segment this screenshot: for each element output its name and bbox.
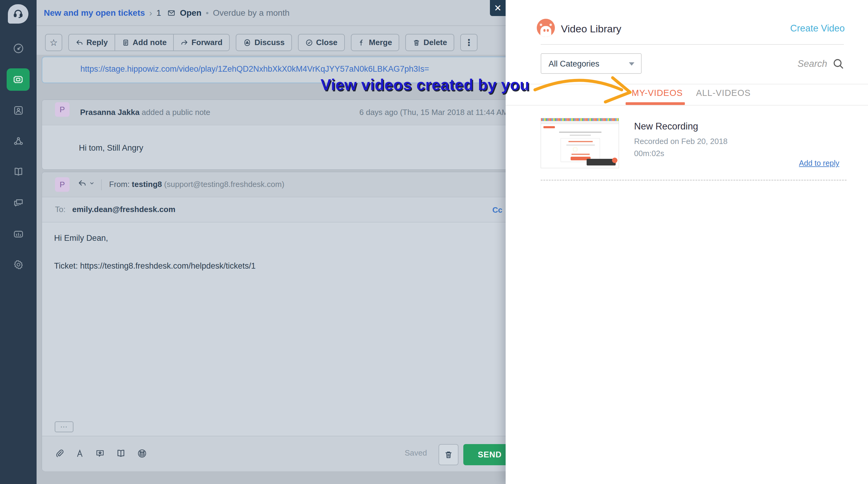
dot-separator: •	[206, 8, 209, 18]
chevron-down-icon	[89, 180, 95, 186]
tab-all-videos[interactable]: ALL-VIDEOS	[696, 88, 751, 98]
editor-footer: Saved SEND	[42, 436, 509, 471]
reply-body-line: Ticket: https://testing8.freshdesk.com/h…	[54, 260, 256, 272]
discuss-button[interactable]: Discuss	[236, 34, 292, 51]
reply-icon	[75, 39, 84, 47]
sidebar-item-social[interactable]	[0, 130, 37, 152]
reply-body-editor[interactable]: Hi Emily Dean, Ticket: https://testing8.…	[54, 233, 256, 272]
sidebar-item-contacts[interactable]	[0, 99, 37, 122]
video-duration: 00m:02s	[634, 149, 664, 158]
breadcrumb: New and my open tickets › 1 Open • Overd…	[44, 8, 289, 18]
from-name: testing8	[132, 180, 162, 189]
search-control[interactable]: Search	[798, 57, 845, 70]
note-action: added a public note	[140, 108, 210, 117]
left-nav-rail	[0, 0, 37, 484]
reply-header: P From: testing8 (support@testing8.fresh…	[42, 172, 509, 197]
annotation-text: View videos created by you	[288, 76, 529, 94]
merge-icon	[358, 39, 366, 47]
admin-gear-icon	[13, 259, 24, 271]
merge-button[interactable]: Merge	[351, 34, 400, 51]
reply-type-selector[interactable]	[78, 179, 95, 188]
contacts-icon	[13, 105, 24, 116]
expand-quoted-text-button[interactable]: ⋯	[55, 421, 73, 432]
annotation-arrow-icon	[524, 71, 645, 113]
forward-button[interactable]: Forward	[174, 34, 230, 51]
avatar: P	[55, 177, 69, 192]
discuss-icon	[243, 38, 251, 47]
note-author: Prasanna Jakka	[80, 108, 140, 117]
reports-icon	[13, 228, 24, 240]
add-to-reply-link[interactable]: Add to reply	[799, 159, 839, 168]
solutions-book-icon	[13, 166, 24, 177]
ticket-id: 1	[157, 8, 161, 18]
ticket-workspace: New and my open tickets › 1 Open • Overd…	[37, 0, 508, 484]
ellipsis-icon: ⋯	[60, 423, 68, 431]
solution-article-icon[interactable]	[116, 448, 126, 459]
star-button[interactable]: ☆	[45, 34, 62, 51]
sidebar-item-tickets[interactable]	[7, 68, 30, 91]
to-row: To: emily.dean@freshdesk.com Cc	[42, 198, 509, 222]
kebab-icon: ⋮	[465, 37, 473, 48]
freshdesk-app: New and my open tickets › 1 Open • Overd…	[0, 0, 868, 484]
from-label: From:	[109, 180, 132, 189]
note-body: Hi tom, Still Angry	[79, 143, 143, 153]
freshdesk-logo-icon[interactable]	[8, 4, 28, 24]
sidebar-item-forums[interactable]	[0, 192, 37, 214]
sidebar-item-solutions[interactable]	[0, 161, 37, 183]
divider	[541, 44, 844, 45]
to-label: To:	[55, 205, 66, 214]
video-thumbnail[interactable]	[541, 118, 619, 168]
trash-icon	[444, 450, 453, 459]
to-email-field[interactable]: emily.dean@freshdesk.com	[72, 205, 175, 214]
star-icon: ☆	[50, 37, 58, 48]
from-email: (support@testing8.freshdesk.com)	[162, 180, 284, 189]
panel-title: Video Library	[561, 23, 621, 35]
search-icon	[832, 57, 845, 70]
trash-icon	[412, 39, 421, 47]
reply-actions-group: Reply Add note Forward	[68, 34, 230, 51]
avatar: P	[55, 102, 69, 117]
search-placeholder: Search	[798, 58, 827, 69]
forums-chat-icon	[13, 197, 24, 208]
dashed-divider	[541, 180, 846, 180]
hippo-video-icon[interactable]	[137, 448, 147, 459]
attachment-icon[interactable]	[55, 449, 64, 458]
chevron-separator-icon: ›	[149, 8, 152, 18]
create-video-link[interactable]: Create Video	[790, 23, 845, 34]
close-check-icon	[305, 39, 313, 47]
caret-down-icon	[629, 62, 634, 66]
breadcrumb-filter-link[interactable]: New and my open tickets	[44, 8, 145, 18]
reply-body-line: Hi Emily Dean,	[54, 233, 256, 244]
delete-button[interactable]: Delete	[405, 34, 454, 51]
sidebar-item-admin[interactable]	[0, 254, 37, 276]
ticket-icon	[12, 74, 24, 86]
ticket-toolbar: ☆ Reply Add note Forward	[37, 26, 508, 55]
note-header: P Prasanna Jakka added a public note 6 d…	[42, 100, 509, 125]
note-timestamp: 6 days ago (Thu, 15 Mar 2018 at 11:44 AM…	[359, 108, 511, 117]
ticket-status: Open	[180, 8, 202, 18]
more-actions-button[interactable]: ⋮	[460, 34, 477, 51]
forward-icon	[180, 39, 188, 47]
autosave-status: Saved	[405, 448, 427, 458]
cc-toggle[interactable]: Cc	[492, 205, 502, 215]
close-panel-button[interactable]: ✕	[490, 0, 506, 16]
close-icon: ✕	[494, 3, 501, 13]
sidebar-item-reports[interactable]	[0, 223, 37, 245]
add-note-button[interactable]: Add note	[115, 34, 174, 51]
sidebar-item-dashboard[interactable]	[0, 37, 37, 60]
reply-editor-card: P From: testing8 (support@testing8.fresh…	[42, 172, 509, 471]
reply-button[interactable]: Reply	[68, 34, 115, 51]
reply-icon	[78, 179, 87, 188]
ticket-due-status: Overdue by a month	[213, 8, 290, 18]
category-dropdown-value: All Categories	[549, 59, 599, 69]
hippo-video-logo-icon	[537, 19, 555, 37]
category-dropdown[interactable]: All Categories	[541, 53, 642, 74]
social-icon	[13, 136, 24, 147]
note-icon	[122, 39, 130, 47]
close-ticket-button[interactable]: Close	[298, 34, 345, 51]
canned-response-icon[interactable]	[95, 449, 105, 458]
video-link[interactable]: https://stage.hippowiz.com/video/play/1Z…	[81, 64, 429, 74]
ticket-header: New and my open tickets › 1 Open • Overd…	[37, 0, 508, 26]
discard-draft-button[interactable]	[438, 444, 459, 465]
text-format-icon[interactable]	[75, 449, 84, 458]
